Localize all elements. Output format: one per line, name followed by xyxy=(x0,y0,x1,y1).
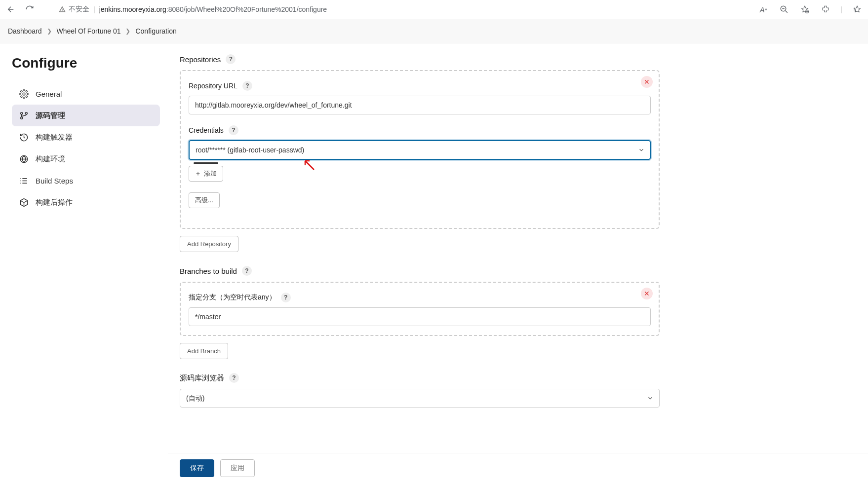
repository-url-label: Repository URL xyxy=(189,82,237,90)
main-content: Repositories ? ✕ Repository URL ? Creden… xyxy=(168,43,671,457)
help-icon[interactable]: ? xyxy=(229,373,239,383)
sidebar-item-label: General xyxy=(36,90,62,98)
favorites-bar-icon[interactable] xyxy=(851,3,863,15)
globe-icon xyxy=(19,154,29,164)
address-bar[interactable]: 不安全 | jenkins.mooreyxia.org:8080/job/Whe… xyxy=(52,3,741,16)
add-credential-button[interactable]: 添加 xyxy=(189,166,223,182)
repo-browser-select[interactable]: (自动) xyxy=(180,389,660,408)
breadcrumb: Dashboard ❯ Wheel Of Fortune 01 ❯ Config… xyxy=(0,19,868,43)
reload-button[interactable] xyxy=(24,3,36,15)
svg-point-2 xyxy=(23,93,25,95)
sidebar-item-label: 构建环境 xyxy=(36,154,65,164)
repo-browser-header: 源码库浏览器 ? xyxy=(180,373,660,383)
help-icon[interactable]: ? xyxy=(242,266,252,276)
branches-label: Branches to build xyxy=(180,267,237,275)
repository-box: ✕ Repository URL ? Credentials ? root/**… xyxy=(180,70,660,229)
repository-url-input[interactable] xyxy=(189,96,651,114)
branch-spec-input[interactable] xyxy=(189,307,651,326)
browser-toolbar: 不安全 | jenkins.mooreyxia.org:8080/job/Whe… xyxy=(0,0,868,19)
svg-point-4 xyxy=(20,117,22,119)
advanced-button[interactable]: 高级... xyxy=(189,192,220,208)
add-branch-button[interactable]: Add Branch xyxy=(180,343,228,359)
branches-header: Branches to build ? xyxy=(180,266,660,276)
package-icon xyxy=(19,197,29,207)
sidebar-item-post-build[interactable]: 构建后操作 xyxy=(12,191,160,213)
extensions-icon[interactable] xyxy=(820,3,831,15)
chevron-right-icon: ❯ xyxy=(125,28,130,35)
url-divider: | xyxy=(93,5,95,13)
add-repository-label: Add Repository xyxy=(187,240,231,248)
zoom-out-icon[interactable] xyxy=(778,3,790,15)
sidebar-item-label: 源码管理 xyxy=(36,111,65,120)
breadcrumb-configuration[interactable]: Configuration xyxy=(135,27,176,35)
branch-spec-label: 指定分支（为空时代表any） xyxy=(189,293,276,302)
back-button[interactable] xyxy=(5,3,17,15)
svg-point-5 xyxy=(25,112,27,114)
breadcrumb-job[interactable]: Wheel Of Fortune 01 xyxy=(57,27,121,35)
add-repository-button[interactable]: Add Repository xyxy=(180,236,238,252)
delete-branch-button[interactable]: ✕ xyxy=(641,288,653,299)
page-title: Configure xyxy=(12,55,160,71)
credentials-select-wrap: root/****** (gitlab-root-user-passwd) xyxy=(189,140,651,160)
repository-url-label-row: Repository URL ? xyxy=(189,81,651,91)
repo-browser-label: 源码库浏览器 xyxy=(180,373,224,383)
sidebar-item-label: 构建触发器 xyxy=(36,133,73,142)
branch-icon xyxy=(19,111,29,120)
credentials-select[interactable]: root/****** (gitlab-root-user-passwd) xyxy=(189,140,651,160)
sidebar-item-environment[interactable]: 构建环境 xyxy=(12,148,160,170)
help-icon[interactable]: ? xyxy=(229,125,238,135)
repo-browser-select-wrap: (自动) xyxy=(180,389,660,408)
repositories-label: Repositories xyxy=(180,55,221,64)
branch-box: ✕ 指定分支（为空时代表any） ? xyxy=(180,282,660,336)
toolbar-separator: | xyxy=(840,5,842,13)
breadcrumb-dashboard[interactable]: Dashboard xyxy=(8,27,42,35)
history-icon xyxy=(19,132,29,142)
sidebar-item-triggers[interactable]: 构建触发器 xyxy=(12,126,160,148)
credentials-label-row: Credentials ? xyxy=(189,125,651,135)
sidebar-item-general[interactable]: General xyxy=(12,83,160,105)
help-icon[interactable]: ? xyxy=(226,54,236,64)
not-secure-label: 不安全 xyxy=(69,5,89,14)
sidebar-item-scm[interactable]: 源码管理 xyxy=(12,105,160,126)
repositories-header: Repositories ? xyxy=(180,54,660,64)
gear-icon xyxy=(19,89,29,99)
add-branch-label: Add Branch xyxy=(187,347,221,355)
url-text: jenkins.mooreyxia.org:8080/job/Wheel%20O… xyxy=(99,5,327,13)
footer-actions: 保存 应用 xyxy=(168,453,868,457)
delete-repository-button[interactable]: ✕ xyxy=(641,76,653,88)
sidebar-item-build-steps[interactable]: Build Steps xyxy=(12,170,160,191)
credentials-label: Credentials xyxy=(189,126,224,134)
sidebar: Configure General 源码管理 构建触发器 xyxy=(0,43,168,457)
sidebar-item-label: 构建后操作 xyxy=(36,198,73,207)
add-credential-label: 添加 xyxy=(204,169,217,178)
svg-point-3 xyxy=(20,112,22,114)
read-aloud-icon[interactable]: A» xyxy=(757,3,769,15)
list-steps-icon xyxy=(19,176,29,186)
help-icon[interactable]: ? xyxy=(242,81,252,91)
chevron-right-icon: ❯ xyxy=(47,28,52,35)
branch-spec-label-row: 指定分支（为空时代表any） ? xyxy=(189,293,651,302)
advanced-label: 高级... xyxy=(195,196,213,205)
help-icon[interactable]: ? xyxy=(281,293,291,302)
sidebar-item-label: Build Steps xyxy=(36,177,73,185)
browser-right-icons: A» | xyxy=(757,3,863,15)
not-secure-badge: 不安全 xyxy=(58,5,89,14)
favorite-add-icon[interactable] xyxy=(799,3,811,15)
